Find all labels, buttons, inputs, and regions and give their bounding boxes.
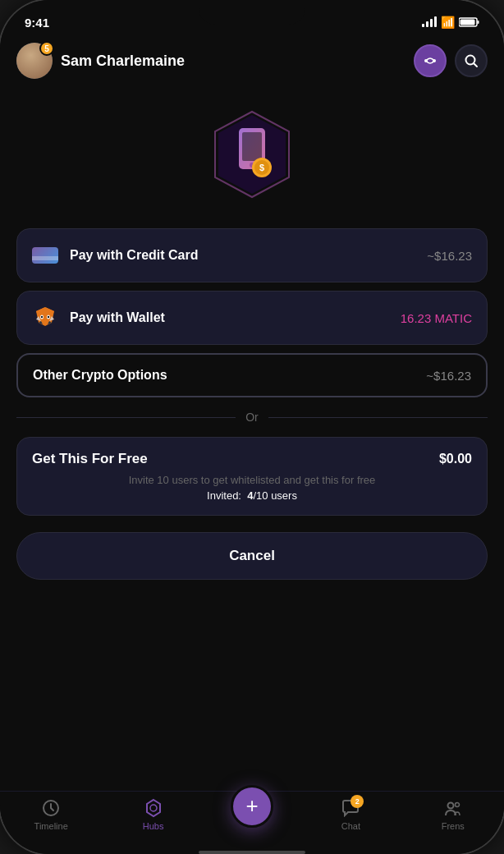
svg-point-30 xyxy=(455,803,459,807)
free-option[interactable]: Get This For Free $0.00 Invite 10 users … xyxy=(16,437,488,516)
divider-line-left xyxy=(16,417,236,418)
free-price: $0.00 xyxy=(439,452,472,466)
or-divider: Or xyxy=(0,397,504,437)
svg-rect-1 xyxy=(478,21,479,24)
svg-point-24 xyxy=(41,316,43,318)
search-button[interactable] xyxy=(455,44,488,77)
user-name: Sam Charlemaine xyxy=(61,53,405,70)
credit-card-price: ~$16.23 xyxy=(427,249,472,263)
hero-section: $ xyxy=(0,89,504,228)
wallet-option[interactable]: Pay with Wallet 16.23 MATIC xyxy=(16,291,488,345)
wallet-icon xyxy=(422,53,438,69)
phone-frame: 9:41 📶 xyxy=(0,0,504,854)
free-description: Invite 10 users to get whitelisted and g… xyxy=(32,474,472,486)
payment-options: Pay with Credit Card ~$16.23 xyxy=(0,228,504,397)
home-indicator xyxy=(199,851,305,854)
crypto-option[interactable]: Other Crypto Options ~$16.23 xyxy=(16,353,488,397)
status-time: 9:41 xyxy=(25,16,49,30)
svg-rect-2 xyxy=(460,20,475,25)
frens-icon xyxy=(443,798,463,818)
credit-card-option[interactable]: Pay with Credit Card ~$16.23 xyxy=(16,228,488,282)
bottom-nav: Timeline Hubs + xyxy=(0,791,504,847)
signal-bars-icon xyxy=(422,17,437,27)
wallet-label: Pay with Wallet xyxy=(70,310,389,325)
nav-chat-label: Chat xyxy=(341,821,360,831)
search-icon xyxy=(464,53,479,68)
spacer xyxy=(0,588,504,791)
status-icons: 📶 xyxy=(422,16,479,29)
svg-point-28 xyxy=(150,805,157,811)
status-bar: 9:41 📶 xyxy=(0,0,504,36)
app-header: 5 Sam Charlemaine xyxy=(0,36,504,89)
header-actions xyxy=(414,44,488,77)
free-label: Get This For Free xyxy=(32,451,148,467)
nav-hubs-label: Hubs xyxy=(143,821,164,831)
nav-frens-label: Frens xyxy=(442,821,465,831)
screen: 9:41 📶 xyxy=(0,0,504,854)
nav-timeline-label: Timeline xyxy=(34,821,68,831)
or-text: Or xyxy=(245,411,259,424)
metamask-icon xyxy=(32,305,58,331)
wifi-icon: 📶 xyxy=(441,16,455,29)
free-progress: Invited: 4/10 users xyxy=(32,489,472,502)
hubs-icon xyxy=(144,798,163,818)
divider-line-right xyxy=(268,417,488,418)
battery-icon xyxy=(459,17,479,27)
nav-chat[interactable]: 2 Chat xyxy=(326,798,375,831)
credit-card-label: Pay with Credit Card xyxy=(70,248,415,263)
free-progress-label: Invited: xyxy=(207,489,241,502)
svg-rect-10 xyxy=(242,132,262,161)
free-row-top: Get This For Free $0.00 xyxy=(32,451,472,467)
svg-text:$: $ xyxy=(259,163,264,172)
nav-frens[interactable]: Frens xyxy=(428,798,478,831)
wallet-button[interactable] xyxy=(414,44,447,77)
cancel-button[interactable]: Cancel xyxy=(16,532,488,580)
timeline-icon xyxy=(41,798,61,818)
free-section: Get This For Free $0.00 Invite 10 users … xyxy=(0,437,504,516)
chat-badge: 2 xyxy=(351,795,364,808)
svg-line-6 xyxy=(474,64,478,67)
crypto-price: ~$16.23 xyxy=(426,369,471,383)
nav-fab-button[interactable]: + xyxy=(231,785,273,828)
plus-icon: + xyxy=(245,795,258,816)
free-progress-total: /10 users xyxy=(253,489,296,502)
svg-point-29 xyxy=(447,803,453,809)
svg-point-25 xyxy=(48,316,49,318)
nav-timeline[interactable]: Timeline xyxy=(26,798,76,831)
hero-icon: $ xyxy=(203,105,301,204)
avatar-notification-badge: 5 xyxy=(39,41,54,56)
crypto-label: Other Crypto Options xyxy=(33,368,415,383)
credit-card-icon xyxy=(32,242,58,269)
wallet-price: 16.23 MATIC xyxy=(401,311,472,325)
chat-icon: 2 xyxy=(341,798,360,818)
nav-hubs[interactable]: Hubs xyxy=(129,798,178,831)
cancel-section: Cancel xyxy=(0,516,504,588)
user-avatar-wrap[interactable]: 5 xyxy=(16,43,53,79)
